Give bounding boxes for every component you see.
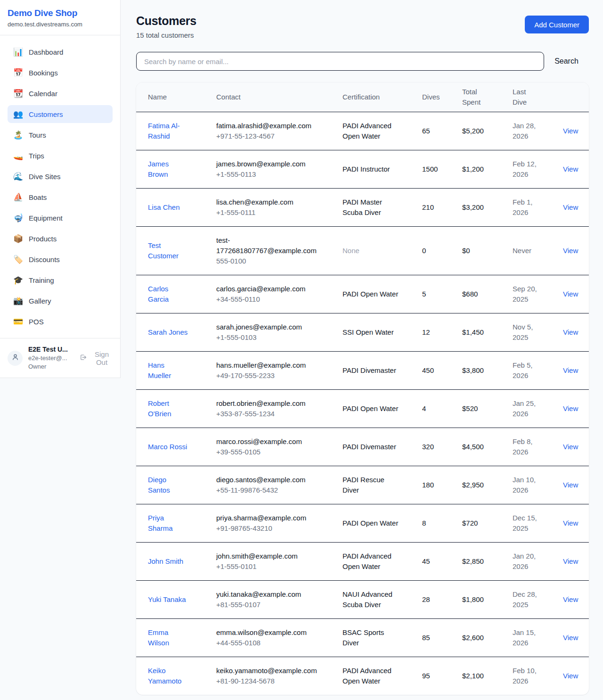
- customer-certification: PADI Advanced Open Water: [342, 551, 400, 572]
- sidebar-item-tours[interactable]: 🏝️Tours: [8, 126, 113, 144]
- customer-total-spent: $520: [462, 390, 513, 428]
- add-customer-button[interactable]: Add Customer: [525, 16, 589, 33]
- sidebar-item-dive-sites[interactable]: 🌊Dive Sites: [8, 167, 113, 185]
- diving-mask-icon: 🤿: [13, 213, 23, 223]
- customers-table: NameContactCertificationDivesTotal Spent…: [136, 82, 589, 695]
- sidebar-item-discounts[interactable]: 🏷️Discounts: [8, 250, 113, 268]
- customer-email: yuki.tanaka@example.com: [216, 589, 320, 600]
- search-input[interactable]: [136, 52, 544, 71]
- sidebar-item-dashboard[interactable]: 📊Dashboard: [8, 43, 113, 61]
- customer-dives: 8: [422, 504, 462, 543]
- customer-name-link[interactable]: Diego Santos: [148, 475, 188, 495]
- user-email: e2e-tester@...: [28, 354, 73, 362]
- view-customer-link[interactable]: View: [563, 203, 578, 211]
- app-root: Demo Dive Shop demo.test.divestreams.com…: [0, 0, 603, 700]
- customer-dives: 28: [422, 581, 462, 619]
- view-customer-link[interactable]: View: [563, 165, 578, 173]
- user-name: E2E Test U...: [28, 345, 73, 354]
- sidebar-item-label: Boats: [29, 193, 47, 201]
- table-row: Keiko Yamamotokeiko.yamamoto@example.com…: [136, 657, 589, 695]
- sign-out-button[interactable]: Sign Out: [79, 350, 114, 366]
- view-customer-link[interactable]: View: [563, 443, 578, 451]
- view-customer-link[interactable]: View: [563, 328, 578, 336]
- speedboat-icon: 🚤: [13, 151, 23, 161]
- view-customer-link[interactable]: View: [563, 290, 578, 298]
- table-row: James Brownjames.brown@example.com+1-555…: [136, 150, 589, 189]
- view-customer-link[interactable]: View: [563, 127, 578, 135]
- view-customer-link[interactable]: View: [563, 557, 578, 565]
- customer-email: lisa.chen@example.com: [216, 197, 320, 207]
- customer-email: diego.santos@example.com: [216, 475, 320, 485]
- brand-name: Demo Dive Shop: [8, 8, 113, 18]
- customer-total-spent: $2,950: [462, 466, 513, 504]
- customer-dives: 180: [422, 466, 462, 504]
- customer-name-link[interactable]: John Smith: [148, 556, 183, 567]
- table-row: Marco Rossimarco.rossi@example.com+39-55…: [136, 428, 589, 466]
- sidebar-item-pos[interactable]: 💳POS: [8, 313, 113, 330]
- search-button[interactable]: Search: [544, 57, 589, 66]
- customer-phone: 555-0100: [216, 256, 337, 266]
- customer-last-dive: Feb 10, 2026: [513, 666, 543, 686]
- customer-certification: SSI Open Water: [342, 327, 394, 338]
- customer-last-dive: Jan 20, 2026: [513, 551, 543, 572]
- customer-name-link[interactable]: Test Customer: [148, 240, 188, 261]
- sidebar: Demo Dive Shop demo.test.divestreams.com…: [0, 0, 121, 378]
- customer-phone: +55-11-99876-5432: [216, 485, 337, 495]
- customer-phone: +353-87-555-1234: [216, 409, 337, 419]
- customer-certification: PADI Open Water: [342, 518, 398, 528]
- customer-email: priya.sharma@example.com: [216, 513, 320, 523]
- credit-card-icon: 💳: [13, 317, 23, 327]
- customer-last-dive: Feb 12, 2026: [513, 159, 543, 180]
- customer-name-link[interactable]: James Brown: [148, 159, 188, 180]
- sidebar-item-bookings[interactable]: 📅Bookings: [8, 64, 113, 82]
- view-customer-link[interactable]: View: [563, 519, 578, 527]
- customers-table-card: NameContactCertificationDivesTotal Spent…: [136, 82, 589, 695]
- customer-name-link[interactable]: Lisa Chen: [148, 202, 180, 213]
- view-customer-link[interactable]: View: [563, 634, 578, 642]
- customer-name-link[interactable]: Carlos Garcia: [148, 284, 188, 305]
- customer-name-link[interactable]: Fatima Al-Rashid: [148, 121, 188, 141]
- customer-name-link[interactable]: Hans Mueller: [148, 360, 188, 381]
- view-customer-link[interactable]: View: [563, 672, 578, 680]
- avatar: [8, 351, 23, 366]
- sidebar-item-label: Bookings: [29, 69, 58, 77]
- customer-name-link[interactable]: Keiko Yamamoto: [148, 666, 188, 686]
- table-row: Priya Sharmapriya.sharma@example.com+91-…: [136, 504, 589, 543]
- sidebar-item-calendar[interactable]: 📆Calendar: [8, 84, 113, 102]
- page-header: Customers 15 total customers Add Custome…: [136, 14, 589, 39]
- sidebar-item-gallery[interactable]: 📸Gallery: [8, 292, 113, 310]
- customer-name-link[interactable]: Yuki Tanaka: [148, 594, 186, 605]
- customer-name-link[interactable]: Priya Sharma: [148, 513, 188, 534]
- customer-phone: +1-555-0101: [216, 561, 337, 572]
- customer-name-link[interactable]: Marco Rossi: [148, 442, 187, 452]
- sidebar-item-trips[interactable]: 🚤Trips: [8, 147, 113, 165]
- sidebar-item-products[interactable]: 📦Products: [8, 230, 113, 247]
- customer-certification: PADI Master Scuba Diver: [342, 197, 400, 218]
- bar-chart-icon: 📊: [13, 47, 23, 57]
- customer-certification: NAUI Advanced Scuba Diver: [342, 589, 400, 610]
- sidebar-item-customers[interactable]: 👥Customers: [8, 105, 113, 123]
- sidebar-item-label: Trips: [29, 152, 44, 160]
- island-icon: 🏝️: [13, 130, 23, 140]
- sidebar-item-equipment[interactable]: 🤿Equipment: [8, 209, 113, 227]
- customer-name-link[interactable]: Emma Wilson: [148, 627, 188, 648]
- customer-phone: +34-555-0110: [216, 294, 337, 305]
- column-header-cert: Certification: [342, 82, 422, 112]
- sidebar-item-boats[interactable]: ⛵Boats: [8, 188, 113, 206]
- view-customer-link[interactable]: View: [563, 247, 578, 255]
- sidebar-item-training[interactable]: 🎓Training: [8, 271, 113, 289]
- view-customer-link[interactable]: View: [563, 366, 578, 374]
- customer-name-link[interactable]: Sarah Jones: [148, 327, 187, 338]
- sidebar-item-label: Customers: [29, 110, 63, 118]
- column-header-dives: Dives: [422, 82, 462, 112]
- view-customer-link[interactable]: View: [563, 481, 578, 489]
- view-customer-link[interactable]: View: [563, 595, 578, 603]
- customer-last-dive: Feb 8, 2026: [513, 436, 543, 457]
- table-row: Yuki Tanakayuki.tanaka@example.com+81-55…: [136, 581, 589, 619]
- customer-email: fatima.alrashid@example.com: [216, 121, 320, 131]
- view-customer-link[interactable]: View: [563, 404, 578, 412]
- main-content: Customers 15 total customers Add Custome…: [121, 0, 603, 700]
- customer-phone: +49-170-555-2233: [216, 371, 337, 381]
- customer-certification: BSAC Sports Diver: [342, 627, 400, 648]
- customer-name-link[interactable]: Robert O'Brien: [148, 398, 188, 419]
